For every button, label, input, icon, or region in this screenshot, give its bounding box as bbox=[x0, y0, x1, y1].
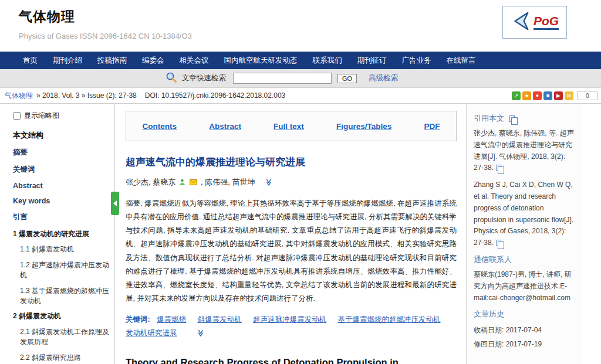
nav-item-home[interactable]: 首页 bbox=[15, 56, 45, 66]
nav-item-contact-us[interactable]: 联系我们 bbox=[305, 56, 350, 66]
tab-fulltext[interactable]: Full text bbox=[274, 122, 304, 131]
abstract-label-cn: 摘要: bbox=[126, 199, 143, 207]
pog-logo: PoG bbox=[502, 6, 567, 39]
tab-pdf[interactable]: PDF bbox=[424, 122, 440, 131]
main-nav: 首页 期刊介绍 投稿指南 编委会 相关会议 国内航空航天研发动态 联系我们 期刊… bbox=[0, 52, 601, 69]
show-thumbnail-checkbox[interactable] bbox=[13, 112, 21, 120]
show-thumbnail-row: 显示缩略图 bbox=[13, 111, 111, 121]
search-label: 文章快速检索 bbox=[182, 73, 226, 83]
blog-icon[interactable] bbox=[554, 91, 563, 100]
authors-cn-part1: 张少杰, 蔡晓东 bbox=[126, 178, 175, 186]
citation-text-en: Zhang S J, Cai X D, Chen W Q, et al. The… bbox=[474, 179, 574, 249]
keyword-link[interactable]: 斜爆震发动机 bbox=[198, 315, 242, 324]
nav-item-aerospace-news[interactable]: 国内航空航天研发动态 bbox=[217, 56, 305, 66]
sidebar-section-2-1[interactable]: 2.1 斜爆震发动机工作原理及发展历程 bbox=[13, 327, 111, 348]
tab-figures-tables[interactable]: Figures/Tables bbox=[336, 122, 391, 131]
sidebar-item-introduction[interactable]: 引言 bbox=[13, 212, 111, 222]
logo-arrow-icon bbox=[511, 10, 531, 35]
nav-item-advertising[interactable]: 广告业务 bbox=[394, 56, 439, 66]
cite-heading-label: 引用本文 bbox=[474, 113, 504, 124]
keywords-expand-icon[interactable] bbox=[194, 329, 207, 337]
keywords-label: 关键词: bbox=[126, 315, 150, 324]
sidebar-item-abstract-cn[interactable]: 摘要 bbox=[13, 148, 111, 158]
authors-cn-part2: , 陈伟强, 苗世坤 bbox=[201, 178, 255, 186]
search-bar: 文章快速检索 GO 高级检索 bbox=[0, 69, 601, 88]
article-main: Contents Abstract Full text Figures/Tabl… bbox=[115, 104, 466, 364]
share-icon[interactable] bbox=[512, 91, 521, 100]
authors-cn: 张少杰, 蔡晓东 , 陈伟强, 苗世坤 bbox=[126, 177, 457, 188]
breadcrumb-path: » 2018, Vol. 3 » Issue (2): 27-38 bbox=[36, 91, 137, 100]
keyword-link[interactable]: 爆震燃烧 bbox=[157, 315, 186, 324]
tab-contents[interactable]: Contents bbox=[143, 122, 177, 131]
nav-item-journal-intro[interactable]: 期刊介绍 bbox=[45, 56, 90, 66]
sidebar-section-1-1[interactable]: 1.1 斜爆震发动机 bbox=[13, 244, 111, 254]
sidebar-section-2[interactable]: 2 斜爆震发动机 bbox=[13, 311, 111, 321]
search-icon bbox=[166, 72, 177, 86]
abstract-text-cn: 爆震燃烧近似为等容燃烧, 理论上其热循环效率高于基于等压燃烧的爆燃燃烧, 在超声… bbox=[126, 199, 457, 302]
advanced-search-link[interactable]: 高级检索 bbox=[369, 73, 398, 83]
contact-heading-label: 通信联系人 bbox=[474, 254, 512, 265]
contact-text: 蔡晓东(1987-)男, 博士, 讲师, 研究方向为高超声速推进技术.E-mai… bbox=[474, 269, 574, 304]
cite-heading: 引用本文 bbox=[474, 113, 574, 124]
breadcrumb-doi: DOI: 10.19527/j.cnki.2096-1642.2018.02.0… bbox=[145, 91, 286, 100]
share-counter: 0 bbox=[578, 91, 597, 100]
corresponding-email-icon[interactable] bbox=[190, 178, 197, 187]
favorite-icon[interactable] bbox=[522, 91, 531, 100]
citation-text-cn: 张少杰, 蔡晓东, 陈伟强, 等. 超声速气流中的爆震推进理论与研究进展[J].… bbox=[474, 128, 574, 174]
nav-item-subscription[interactable]: 期刊征订 bbox=[350, 56, 394, 66]
sidebar-collapse-tab[interactable] bbox=[111, 192, 119, 215]
sidebar-section-2-2[interactable]: 2.2 斜爆震研究思路 bbox=[13, 353, 111, 363]
copy-citation-en-icon[interactable] bbox=[496, 240, 501, 246]
keyword-link[interactable]: 超声速脉冲爆震发动机 bbox=[253, 315, 326, 324]
nav-item-message-board[interactable]: 在线留言 bbox=[439, 56, 484, 66]
breadcrumb: 气体物理 » 2018, Vol. 3 » Issue (2): 27-38 D… bbox=[0, 88, 601, 104]
site-header: 气体物理 Physics of Gases ISSN 2096-1642 CN … bbox=[0, 0, 601, 52]
history-heading: 文章历史 bbox=[474, 309, 574, 319]
keyword-link[interactable]: 发动机研究进展 bbox=[126, 329, 177, 337]
keyword-link[interactable]: 基于爆震燃烧的超燃冲压发动机 bbox=[338, 315, 441, 324]
article-title-cn: 超声速气流中的爆震推进理论与研究进展 bbox=[126, 155, 457, 169]
sidebar-item-keywords-en[interactable]: Key words bbox=[13, 197, 111, 205]
authors-expand-icon[interactable] bbox=[265, 179, 273, 186]
sidebar-section-1[interactable]: 1 爆震发动机的研究进展 bbox=[13, 229, 111, 239]
outline-title: 本文结构 bbox=[13, 130, 111, 141]
article-title-en: Theory and Research Progress of Detonati… bbox=[126, 356, 447, 364]
nav-item-conferences[interactable]: 相关会议 bbox=[172, 56, 217, 66]
logo-text: PoG bbox=[534, 15, 559, 30]
sidebar-section-1-2[interactable]: 1.2 超声速脉冲爆震冲压发动机 bbox=[13, 260, 111, 281]
nav-item-editorial-board[interactable]: 编委会 bbox=[134, 56, 172, 66]
go-button[interactable]: GO bbox=[337, 74, 357, 83]
email-share-icon[interactable] bbox=[565, 91, 573, 100]
sidebar-item-abstract-en[interactable]: Abstract bbox=[13, 182, 111, 190]
collapse-arrow-icon bbox=[113, 200, 117, 206]
keywords-row: 关键词: 爆震燃烧 斜爆震发动机 超声速脉冲爆震发动机 基于爆震燃烧的超燃冲压发… bbox=[126, 313, 457, 341]
abstract-cn: 摘要: 爆震燃烧近似为等容燃烧, 理论上其热循环效率高于基于等压燃烧的爆燃燃烧,… bbox=[126, 197, 457, 305]
revised-date: 修回日期: 2017-07-19 bbox=[474, 338, 574, 351]
qzone-icon[interactable] bbox=[543, 91, 552, 100]
right-panel: 引用本文 张少杰, 蔡晓东, 陈伟强, 等. 超声速气流中的爆震推进理论与研究进… bbox=[466, 104, 581, 364]
received-date: 收稿日期: 2017-07-04 bbox=[474, 324, 574, 337]
left-sidebar: 显示缩略图 本文结构 摘要 关键词 Abstract Key words 引言 … bbox=[0, 104, 115, 364]
cite-icon bbox=[509, 115, 515, 122]
nav-item-submission-guide[interactable]: 投稿指南 bbox=[90, 56, 134, 66]
article-tabs: Contents Abstract Full text Figures/Tabl… bbox=[126, 111, 457, 141]
sidebar-section-1-3[interactable]: 1.3 基于爆震燃烧的超燃冲压发动机 bbox=[13, 286, 111, 307]
search-input[interactable] bbox=[233, 73, 332, 84]
share-toolbar: 0 bbox=[512, 91, 597, 100]
citation-cn-text: 张少杰, 蔡晓东, 陈伟强, 等. 超声速气流中的爆震推进理论与研究进展[J].… bbox=[474, 129, 574, 172]
show-thumbnail-label: 显示缩略图 bbox=[24, 111, 59, 121]
history-heading-label: 文章历史 bbox=[474, 309, 504, 319]
content-area: 显示缩略图 本文结构 摘要 关键词 Abstract Key words 引言 … bbox=[0, 104, 581, 364]
weibo-icon[interactable] bbox=[533, 91, 542, 100]
breadcrumb-journal-link[interactable]: 气体物理 bbox=[5, 91, 33, 101]
sidebar-item-keywords-cn[interactable]: 关键词 bbox=[13, 165, 111, 175]
contact-heading: 通信联系人 bbox=[474, 254, 574, 265]
author-icon bbox=[179, 178, 185, 187]
citation-en-text: Zhang S J, Cai X D, Chen W Q, et al. The… bbox=[474, 181, 573, 247]
tab-abstract[interactable]: Abstract bbox=[209, 122, 241, 131]
copy-citation-cn-icon[interactable] bbox=[496, 165, 501, 171]
